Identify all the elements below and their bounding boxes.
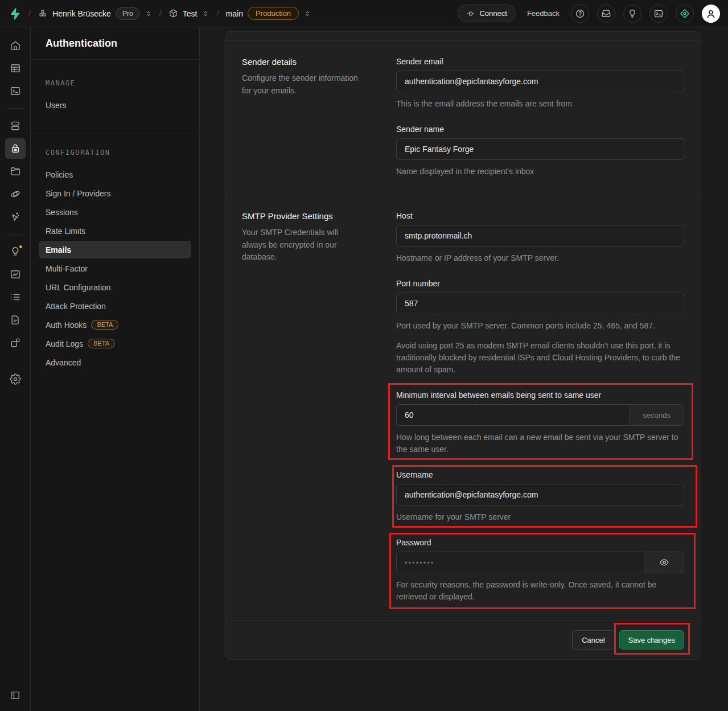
sidebar-item-advanced[interactable]: Advanced <box>39 354 191 371</box>
sidebar-item-url-configuration[interactable]: URL Configuration <box>39 278 191 296</box>
breadcrumb-separator: / <box>215 9 220 18</box>
project-switcher-chevron-icon[interactable] <box>201 10 209 18</box>
username-input[interactable] <box>396 484 684 505</box>
breadcrumb-organization[interactable]: Henrik Brüsecke Pro <box>38 7 152 20</box>
orbit-icon <box>10 188 21 200</box>
interval-input-group: seconds <box>396 404 684 426</box>
port-input[interactable] <box>396 293 684 314</box>
sidebar-item-policies[interactable]: Policies <box>39 166 191 183</box>
sidebar-item-sessions[interactable]: Sessions <box>39 203 191 221</box>
rail-item-realtime[interactable] <box>5 207 26 227</box>
sidebar-item-audit-logs[interactable]: Audit Logs BETA <box>39 335 191 352</box>
page-title: Authentication <box>31 27 199 60</box>
main-content: Sender details Configure the sender info… <box>200 27 728 711</box>
sidebar-item-multi-factor[interactable]: Multi-Factor <box>39 260 191 277</box>
command-menu-button[interactable] <box>649 5 668 23</box>
supabase-logo-icon[interactable] <box>8 7 22 20</box>
plug-icon <box>466 9 475 18</box>
rail-item-integrations[interactable] <box>5 332 26 353</box>
ai-assistant-icon <box>679 8 690 19</box>
sender-name-field-group: Sender name Name displayed in the recipi… <box>396 125 684 178</box>
section-description: Configure the sender information for you… <box>242 72 359 97</box>
rail-item-reports[interactable] <box>5 264 26 285</box>
collapse-sidebar-button[interactable] <box>5 685 26 705</box>
interval-help: How long between each email can a new em… <box>396 431 684 455</box>
rail-item-settings[interactable] <box>5 369 26 389</box>
terminal-icon <box>653 9 664 19</box>
breadcrumb-branch[interactable]: main Production <box>226 7 312 20</box>
document-icon <box>10 314 21 326</box>
rail-item-advisors[interactable] <box>5 241 26 262</box>
ai-assistant-button[interactable] <box>676 5 694 23</box>
sidebar-item-auth-hooks[interactable]: Auth Hooks BETA <box>39 316 191 334</box>
save-button-annotated: Save changes <box>619 630 684 650</box>
project-name[interactable]: Test <box>183 9 198 18</box>
password-help: For security reasons, the password is wr… <box>396 579 684 603</box>
interval-field-group-annotated: Minimum interval between emails being se… <box>396 391 684 455</box>
gear-icon <box>10 373 21 385</box>
username-label: Username <box>396 470 684 479</box>
port-label: Port number <box>396 279 684 288</box>
home-icon <box>10 40 21 51</box>
password-field-group-annotated: Password For security reasons, the passw… <box>396 538 684 603</box>
password-input[interactable] <box>397 552 644 573</box>
rail-divider <box>7 234 24 235</box>
help-button[interactable] <box>571 5 589 23</box>
sidebar-item-emails[interactable]: Emails <box>39 241 191 258</box>
organization-name[interactable]: Henrik Brüsecke <box>52 9 111 18</box>
beta-badge: BETA <box>88 339 115 348</box>
section-description: Your SMTP Credentials will always be enc… <box>242 227 359 264</box>
host-field-group: Host Hostname or IP address of your SMTP… <box>396 211 684 264</box>
whats-new-button[interactable] <box>623 5 641 23</box>
sidebar-item-users[interactable]: Users <box>39 96 191 114</box>
panel-left-icon <box>10 690 20 701</box>
rail-item-table-editor[interactable] <box>5 58 26 79</box>
smtp-provider-section: SMTP Provider Settings Your SMTP Credent… <box>226 195 701 620</box>
feedback-button[interactable]: Feedback <box>524 7 563 20</box>
avatar[interactable] <box>702 5 720 23</box>
cancel-button[interactable]: Cancel <box>572 630 614 650</box>
notifications-button[interactable] <box>597 5 615 23</box>
interval-input[interactable] <box>397 405 629 425</box>
rail-item-database[interactable] <box>5 116 26 136</box>
project-icon <box>168 9 178 18</box>
top-navigation-bar: / Henrik Brüsecke Pro / Test / main Prod… <box>0 0 728 27</box>
sender-details-section: Sender details Configure the sender info… <box>226 41 701 195</box>
org-plan-badge: Pro <box>116 7 140 20</box>
database-icon <box>10 120 21 131</box>
sender-name-input[interactable] <box>396 138 684 160</box>
sidebar-item-sign-in-providers[interactable]: Sign In / Providers <box>39 184 191 202</box>
rail-item-api-docs[interactable] <box>5 310 26 330</box>
rail-item-storage[interactable] <box>5 161 26 182</box>
rail-item-edge-functions[interactable] <box>5 184 26 204</box>
host-label: Host <box>396 211 684 220</box>
help-icon <box>575 9 585 19</box>
rail-item-authentication[interactable] <box>5 138 26 159</box>
cursor-spark-icon <box>10 211 21 223</box>
sidebar-item-rate-limits[interactable]: Rate Limits <box>39 222 191 240</box>
breadcrumb-separator: / <box>158 9 163 18</box>
reveal-password-button[interactable] <box>644 552 684 573</box>
rail-item-home[interactable] <box>5 35 26 56</box>
sidebar-item-attack-protection[interactable]: Attack Protection <box>39 297 191 315</box>
connect-button[interactable]: Connect <box>458 5 515 22</box>
interval-unit-addon: seconds <box>629 405 684 425</box>
interval-label: Minimum interval between emails being se… <box>396 391 684 400</box>
branch-switcher-chevron-icon[interactable] <box>303 10 311 18</box>
port-help: Port used by your SMTP server. Common po… <box>396 320 684 332</box>
save-changes-button[interactable]: Save changes <box>619 630 684 650</box>
breadcrumb-separator: / <box>27 9 32 18</box>
rail-item-logs[interactable] <box>5 287 26 307</box>
rail-item-sql-editor[interactable] <box>5 81 26 101</box>
host-input[interactable] <box>396 225 684 246</box>
breadcrumb-project[interactable]: Test <box>168 9 210 18</box>
org-switcher-chevron-icon[interactable] <box>145 10 153 18</box>
username-help: Username for your SMTP server <box>396 511 684 523</box>
sidebar-divider <box>31 129 199 129</box>
app-icon-rail <box>0 27 31 711</box>
branch-name[interactable]: main <box>226 9 243 18</box>
host-help: Hostname or IP address of your SMTP serv… <box>396 252 684 264</box>
list-icon <box>10 291 21 303</box>
beta-badge: BETA <box>91 320 118 330</box>
sender-email-input[interactable] <box>396 71 684 92</box>
